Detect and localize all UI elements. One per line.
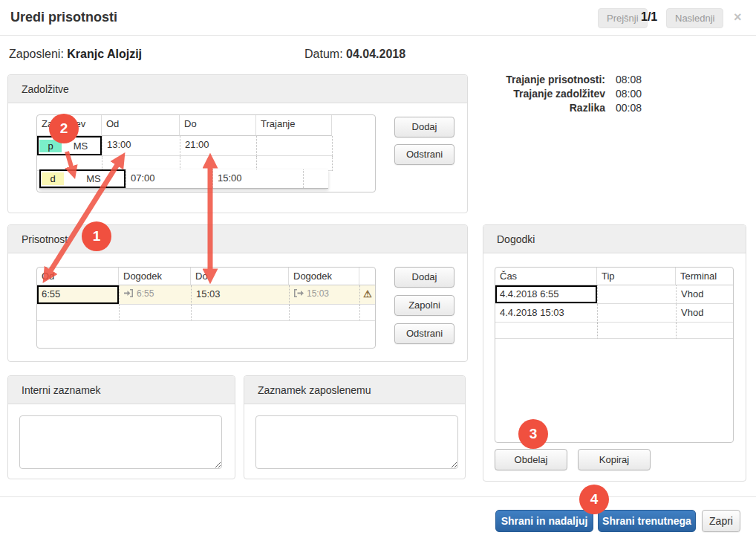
summary-row: Razlika 00:08 <box>486 101 657 115</box>
duty-duration-cell[interactable] <box>256 136 332 156</box>
duty-duration-cell[interactable] <box>303 169 328 188</box>
duties-panel: Zadolžitve Zadolžitev Od Do Trajanje p M… <box>7 74 468 213</box>
summary-value: 08:00 <box>616 87 642 101</box>
event-type-cell[interactable] <box>597 285 676 304</box>
remove-attendance-button[interactable]: Odstrani <box>394 323 454 344</box>
add-attendance-button[interactable]: Dodaj <box>394 267 454 288</box>
employee-line: Zaposleni: Kranjc Alojzij <box>9 48 142 61</box>
event-time: 15:03 <box>307 288 329 299</box>
duty-from-cell[interactable]: 07:00 <box>126 169 212 188</box>
process-events-button[interactable]: Obdelaj <box>495 449 567 470</box>
close-icon[interactable]: × <box>734 10 742 25</box>
attendance-from-cell[interactable]: 6:55 <box>37 285 119 305</box>
duty-cell-selected[interactable]: d MS <box>39 169 126 188</box>
duty-to-cell[interactable]: 15:00 <box>212 169 303 188</box>
event-time: 6:55 <box>137 288 154 299</box>
employee-note-textarea[interactable] <box>255 415 458 469</box>
column-header-tip: Tip <box>597 268 676 285</box>
employee-note-title: Zaznamek zaposlenemu <box>244 376 465 404</box>
event-row: 4.4.2018 15:03 Vhod <box>495 304 733 323</box>
annotation-circle-2: 2 <box>49 114 79 143</box>
employee-name: Kranjc Alojzij <box>67 48 142 60</box>
events-table: Čas Tip Terminal 4.4.2018 6:55 Vhod 4.4.… <box>495 267 734 443</box>
fill-attendance-button[interactable]: Zapolni <box>394 295 454 316</box>
internal-note-textarea[interactable] <box>19 415 222 469</box>
row-filler <box>332 136 375 156</box>
column-header-dogodek: Dogodek <box>119 268 191 285</box>
date-line: Datum: 04.04.2018 <box>304 48 405 61</box>
attendance-from-event-cell[interactable]: 6:55 <box>119 285 191 305</box>
column-header-cas: Čas <box>495 268 597 285</box>
attendance-to-cell[interactable]: 15:03 <box>191 285 289 305</box>
employee-note-panel: Zaznamek zaposlenemu <box>244 375 466 479</box>
row-filler <box>359 305 375 321</box>
empty-cell[interactable] <box>37 156 102 171</box>
duty-from-cell[interactable]: 13:00 <box>102 136 180 156</box>
save-and-continue-button[interactable]: Shrani in nadaljuj <box>495 510 593 532</box>
column-header-terminal: Terminal <box>676 268 733 285</box>
edit-attendance-dialog: Uredi prisotnosti Prejšnji 1/1 Naslednji… <box>0 0 756 544</box>
remove-duty-button[interactable]: Odstrani <box>394 144 454 165</box>
event-terminal-cell[interactable]: Vhod <box>676 285 733 304</box>
duty-row-dragging[interactable]: d MS 07:00 15:00 <box>39 169 328 189</box>
empty-cell[interactable] <box>597 323 676 339</box>
save-current-button[interactable]: Shrani trenutnega <box>598 510 696 532</box>
previous-button[interactable]: Prejšnji <box>598 8 648 28</box>
footer-divider <box>0 496 756 497</box>
summary-label: Trajanje prisotnosti: <box>486 73 605 87</box>
internal-note-panel: Interni zaznamek <box>7 375 235 479</box>
annotation-circle-3: 3 <box>518 419 548 449</box>
event-time-cell-selected[interactable]: 4.4.2018 6:55 <box>495 285 597 304</box>
column-header-do: Do <box>191 268 289 285</box>
event-type-cell[interactable] <box>597 304 676 323</box>
empty-cell[interactable] <box>256 156 332 171</box>
column-header-do: Do <box>180 115 256 136</box>
attendance-to-event-cell[interactable]: 15:03 <box>289 285 359 305</box>
employee-label: Zaposleni: <box>9 48 64 60</box>
column-header-trajanje: Trajanje <box>256 115 332 136</box>
duties-table-header: Zadolžitev Od Do Trajanje <box>37 115 375 136</box>
table-row-empty <box>37 156 375 171</box>
summary-value: 00:08 <box>616 101 642 115</box>
empty-cell[interactable] <box>119 305 191 321</box>
duty-to-cell[interactable]: 21:00 <box>180 136 256 156</box>
header-filler <box>332 115 375 136</box>
summary-label: Razlika <box>486 101 605 115</box>
events-panel-title: Dogodki <box>483 225 746 253</box>
page-title: Uredi prisotnosti <box>10 10 117 25</box>
empty-cell[interactable] <box>180 156 256 171</box>
empty-cell[interactable] <box>102 156 180 171</box>
duty-code: MS <box>64 173 123 184</box>
summary-label: Trajanje zadolžitev <box>486 87 605 101</box>
empty-cell[interactable] <box>495 323 597 339</box>
next-button[interactable]: Naslednji <box>666 8 723 28</box>
sign-in-icon <box>124 289 134 299</box>
close-dialog-button[interactable]: Zapri <box>702 510 740 532</box>
column-header-od: Od <box>102 115 180 136</box>
summary-value: 08:08 <box>616 73 642 87</box>
table-row-empty <box>37 305 375 321</box>
empty-cell[interactable] <box>676 323 733 339</box>
event-time-cell[interactable]: 4.4.2018 15:03 <box>495 304 597 323</box>
event-terminal-cell[interactable]: Vhod <box>676 304 733 323</box>
empty-cell[interactable] <box>191 305 289 321</box>
add-duty-button[interactable]: Dodaj <box>394 117 454 137</box>
attendance-panel-title: Prisotnost <box>8 225 467 253</box>
column-header-od: Od <box>37 268 119 285</box>
dialog-header: Uredi prisotnosti Prejšnji 1/1 Naslednji… <box>0 0 756 36</box>
column-header-warning <box>359 268 375 285</box>
attendance-row: 6:55 6:55 15:03 15:03 ⚠ <box>37 285 375 305</box>
internal-note-title: Interni zaznamek <box>8 376 235 404</box>
copy-events-button[interactable]: Kopiraj <box>578 449 651 470</box>
table-row-empty <box>495 323 733 339</box>
empty-cell[interactable] <box>37 305 119 321</box>
table-row: p MS 13:00 21:00 <box>37 136 375 156</box>
empty-cell[interactable] <box>289 305 359 321</box>
summary-row: Trajanje prisotnosti: 08:08 <box>486 73 657 87</box>
summary-row: Trajanje zadolžitev 08:00 <box>486 87 657 101</box>
warning-icon: ⚠ <box>359 285 375 305</box>
events-table-header: Čas Tip Terminal <box>495 268 733 285</box>
date-label: Datum: <box>304 48 343 60</box>
annotation-circle-4: 4 <box>579 485 609 514</box>
page-counter: 1/1 <box>641 10 657 24</box>
